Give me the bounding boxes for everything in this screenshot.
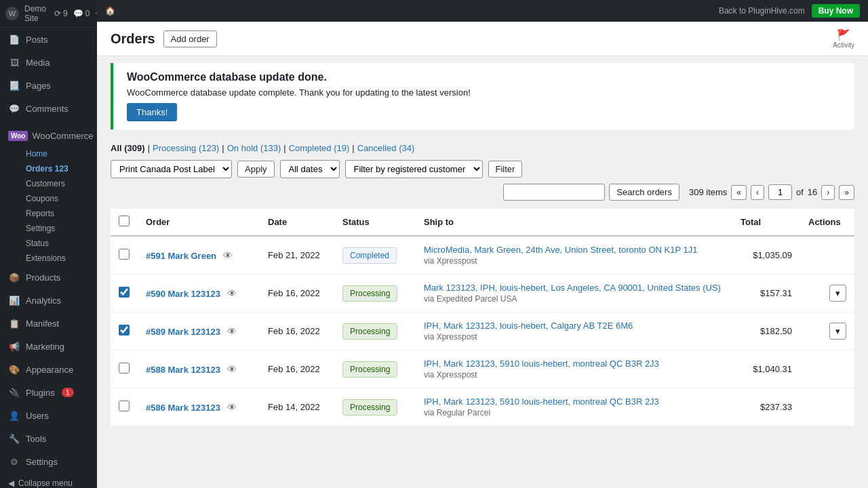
- sidebar-item-analytics[interactable]: 📊 Analytics: [0, 289, 97, 312]
- update-icon: ⟳: [54, 9, 61, 18]
- filter-button[interactable]: Filter: [488, 161, 523, 178]
- search-orders-button[interactable]: Search orders: [609, 184, 679, 201]
- preview-icon-2[interactable]: 👁: [227, 326, 237, 337]
- sidebar-sub-coupons[interactable]: Coupons: [0, 191, 97, 206]
- total-amount-4: $237.33: [760, 402, 792, 412]
- sidebar-item-settings[interactable]: ⚙ Settings: [0, 450, 97, 473]
- table-row: #589 Mark 123123 👁 Feb 16, 2022 Processi…: [111, 312, 854, 350]
- ship-to-name-0: MicroMedia, Mark Green, 24th Ave, Union …: [424, 245, 724, 255]
- preview-icon-4[interactable]: 👁: [227, 402, 237, 413]
- sidebar-item-posts[interactable]: 📄 Posts: [0, 28, 97, 51]
- order-link-4[interactable]: #586 Mark 123123: [146, 403, 220, 413]
- apply-button[interactable]: Apply: [237, 161, 275, 178]
- sidebar-item-users[interactable]: 👤 Users: [0, 404, 97, 427]
- sidebar-item-manifest[interactable]: 📋 Manifest: [0, 312, 97, 335]
- sidebar-item-media[interactable]: 🖼 Media: [0, 51, 97, 74]
- row-checkbox-cell: [111, 236, 138, 274]
- action-btn-2[interactable]: ▾: [829, 323, 846, 340]
- wp-home-icon: 🏠: [105, 6, 115, 16]
- row-date-cell: Feb 21, 2022: [260, 236, 334, 274]
- comments-count[interactable]: 💬 0: [73, 9, 90, 18]
- products-icon: 📦: [8, 271, 20, 283]
- date-filter-select[interactable]: All dates: [280, 160, 340, 178]
- sidebar-item-tools[interactable]: 🔧 Tools: [0, 427, 97, 450]
- last-page-button[interactable]: »: [839, 185, 854, 200]
- preview-icon-3[interactable]: 👁: [227, 364, 237, 375]
- sidebar-sub-orders[interactable]: Orders 123: [0, 161, 97, 176]
- sidebar-item-marketing[interactable]: 📢 Marketing: [0, 335, 97, 358]
- notice-message: WooCommerce database update complete. Th…: [127, 87, 471, 98]
- status-badge-4: Processing: [342, 399, 397, 415]
- row-order-cell: #586 Mark 123123 👁: [138, 388, 260, 426]
- total-amount-1: $157.31: [760, 288, 792, 298]
- sidebar-item-comments[interactable]: 💬 Comments: [0, 97, 97, 120]
- filter-tab-on-hold[interactable]: On hold (133): [227, 143, 281, 153]
- ship-to-name-1: Mark 123123, IPH, louis-hebert, Los Ange…: [424, 283, 724, 293]
- updates-count[interactable]: ⟳ 9: [54, 9, 68, 18]
- sidebar-item-plugins[interactable]: 🔌 Plugins 1: [0, 381, 97, 404]
- table-row: #590 Mark 123123 👁 Feb 16, 2022 Processi…: [111, 274, 854, 312]
- row-status-cell: Processing: [334, 388, 416, 426]
- add-order-button[interactable]: Add order: [163, 30, 217, 47]
- ship-to-name-3: IPH, Mark 123123, 5910 louis-hebert, mon…: [424, 359, 724, 369]
- th-order: Order: [138, 209, 260, 236]
- sidebar-item-pages[interactable]: 📃 Pages: [0, 74, 97, 97]
- filter-tab-processing[interactable]: Processing (123): [153, 143, 219, 153]
- sidebar: W Demo Site ⟳ 9 💬 0 + New 📄 Posts 🖼 Medi…: [0, 0, 97, 488]
- row-status-cell: Processing: [334, 350, 416, 388]
- sidebar-sub-extensions[interactable]: Extensions: [0, 251, 97, 266]
- prev-page-button[interactable]: ‹: [751, 185, 764, 200]
- row-total-cell: $1,040.31: [732, 350, 800, 388]
- filter-tab-completed[interactable]: Completed (19): [289, 143, 350, 153]
- preview-icon-1[interactable]: 👁: [227, 288, 237, 299]
- total-items-count: 309 items: [689, 187, 727, 197]
- order-link-1[interactable]: #590 Mark 123123: [146, 289, 220, 299]
- row-checkbox-2[interactable]: [119, 325, 130, 336]
- filter-tab-cancelled[interactable]: Cancelled (34): [357, 143, 415, 153]
- row-shipto-cell: IPH, Mark 123123, louis-hebert, Calgary …: [416, 312, 732, 350]
- row-total-cell: $182.50: [732, 312, 800, 350]
- sidebar-sub-reports[interactable]: Reports: [0, 206, 97, 221]
- site-name[interactable]: Demo Site: [24, 4, 46, 23]
- sidebar-item-woocommerce[interactable]: Woo WooCommerce: [0, 125, 97, 146]
- thanks-button[interactable]: Thanks!: [127, 103, 177, 121]
- row-actions-cell: ▾: [800, 274, 854, 312]
- row-checkbox-4[interactable]: [119, 401, 130, 411]
- collapse-menu-button[interactable]: ◀ Collapse menu: [0, 473, 97, 488]
- sidebar-item-appearance[interactable]: 🎨 Appearance: [0, 358, 97, 381]
- select-all-checkbox[interactable]: [119, 216, 130, 226]
- row-checkbox-1[interactable]: [119, 287, 130, 298]
- buy-now-button[interactable]: Buy Now: [812, 4, 860, 18]
- row-checkbox-cell: [111, 274, 138, 312]
- total-amount-3: $1,040.31: [753, 364, 792, 374]
- sidebar-sub-status[interactable]: Status: [0, 236, 97, 251]
- row-checkbox-3[interactable]: [119, 363, 130, 373]
- comment-icon: 💬: [73, 9, 83, 18]
- order-link-0[interactable]: #591 Mark Green: [146, 251, 216, 261]
- orders-table: Order Date Status Ship to Total Actions …: [111, 209, 854, 426]
- total-amount-0: $1,035.09: [753, 250, 792, 260]
- row-status-cell: Processing: [334, 274, 416, 312]
- table-row: #591 Mark Green 👁 Feb 21, 2022 Completed…: [111, 236, 854, 274]
- back-to-pluginhive-link[interactable]: Back to PluginHive.com: [719, 6, 805, 16]
- action-btn-1[interactable]: ▾: [829, 285, 846, 302]
- customer-filter-select[interactable]: Filter by registered customer: [345, 160, 483, 178]
- first-page-button[interactable]: «: [731, 185, 747, 200]
- row-total-cell: $1,035.09: [732, 236, 800, 274]
- orders-content: All (309) | Processing (123) | On hold (…: [97, 136, 868, 433]
- current-page-input[interactable]: [768, 184, 792, 200]
- search-input[interactable]: [503, 184, 605, 201]
- activity-button[interactable]: 🚩 Activity: [833, 28, 854, 49]
- th-checkbox: [111, 209, 138, 236]
- sidebar-sub-home[interactable]: Home: [0, 146, 97, 161]
- sidebar-item-products[interactable]: 📦 Products: [0, 266, 97, 289]
- sidebar-sub-customers[interactable]: Customers: [0, 176, 97, 191]
- order-link-2[interactable]: #589 Mark 123123: [146, 327, 220, 337]
- row-checkbox-0[interactable]: [119, 249, 130, 260]
- next-page-button[interactable]: ›: [821, 185, 835, 200]
- sidebar-sub-settings[interactable]: Settings: [0, 221, 97, 236]
- preview-icon-0[interactable]: 👁: [223, 250, 233, 261]
- bulk-action-select[interactable]: Print Canada Post Label: [111, 160, 232, 178]
- filter-tab-all[interactable]: All (309): [111, 143, 145, 153]
- order-link-3[interactable]: #588 Mark 123123: [146, 365, 220, 375]
